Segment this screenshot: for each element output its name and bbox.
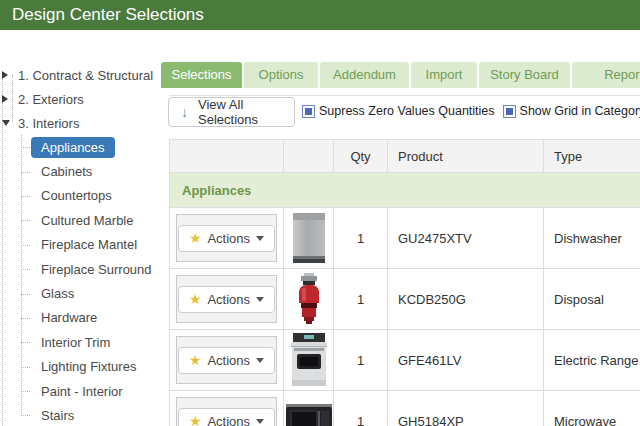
- tab-story-board[interactable]: Story Board: [479, 62, 570, 88]
- checkbox-checked-icon[interactable]: [302, 105, 315, 118]
- electric-range-image: [290, 333, 328, 387]
- product-cell: GU2475XTV: [388, 208, 544, 268]
- view-all-selections-label: View All Selections: [198, 97, 294, 127]
- sidebar-item-label: Glass: [41, 286, 74, 301]
- sidebar-item-label: Fireplace Surround: [41, 262, 152, 277]
- header-image-column: [284, 140, 334, 172]
- actions-panel: ★ Actions: [176, 275, 277, 323]
- product-image-cell: [284, 391, 334, 426]
- view-all-selections-button[interactable]: ↓ View All Selections: [168, 97, 295, 127]
- selections-table: Qty Product Type Appliances ★ Actions: [169, 139, 640, 426]
- checkbox-checked-icon[interactable]: [503, 105, 516, 118]
- sidebar-item-label: Lighting Fixtures: [41, 359, 136, 374]
- header-product-column: Product: [388, 140, 544, 172]
- sidebar-item-label: Interior Trim: [41, 335, 110, 350]
- page-title: Design Center Selections: [0, 0, 640, 30]
- collapse-arrow-icon[interactable]: [2, 95, 8, 103]
- header-type-column: Type: [544, 140, 640, 172]
- type-cell: Microwave: [544, 391, 640, 426]
- sidebar-item-contract-structural[interactable]: 1. Contract & Structural: [0, 63, 161, 87]
- sidebar-item-interior-trim[interactable]: Interior Trim: [0, 330, 161, 354]
- caret-down-icon: [256, 419, 264, 424]
- view-option-checkboxes: Supress Zero Values Quantities Show Grid…: [302, 96, 640, 126]
- collapse-arrow-icon[interactable]: [2, 71, 8, 79]
- suppress-zero-values-checkbox-group[interactable]: Supress Zero Values Quantities: [302, 104, 495, 118]
- actions-label: Actions: [207, 414, 250, 426]
- actions-cell: ★ Actions: [170, 391, 284, 426]
- sidebar-item-label: Paint - Interior: [41, 384, 123, 399]
- checkbox-label: Show Grid in Category View: [520, 104, 640, 118]
- table-row: ★ Actions: [170, 330, 640, 391]
- sidebar-item-cultured-marble[interactable]: Cultured Marble: [0, 208, 161, 232]
- actions-label: Actions: [207, 292, 250, 307]
- qty-cell: 1: [334, 208, 388, 268]
- sidebar-item-label: 3. Interiors: [18, 116, 79, 131]
- actions-label: Actions: [207, 353, 250, 368]
- sidebar-item-hardware[interactable]: Hardware: [0, 306, 161, 330]
- star-icon: ★: [189, 414, 202, 426]
- product-image-cell: [284, 330, 334, 390]
- sidebar-item-paint-interior[interactable]: Paint - Interior: [0, 379, 161, 403]
- table-header-row: Qty Product Type: [170, 140, 640, 173]
- qty-cell: 1: [334, 330, 388, 390]
- sidebar-item-label: Cabinets: [41, 164, 92, 179]
- star-icon: ★: [189, 353, 202, 367]
- caret-down-icon: [256, 358, 264, 363]
- table-row: ★ Actions: [170, 269, 640, 330]
- sidebar-item-appliances[interactable]: Appliances: [0, 135, 161, 159]
- sidebar-item-countertops[interactable]: Countertops: [0, 184, 161, 208]
- tab-reports[interactable]: Reports: [572, 62, 640, 88]
- type-cell: Dishwasher: [544, 208, 640, 268]
- tab-selections[interactable]: Selections: [161, 62, 242, 88]
- sidebar-item-lighting-fixtures[interactable]: Lighting Fixtures: [0, 355, 161, 379]
- sidebar-item-exteriors[interactable]: 2. Exteriors: [0, 87, 161, 111]
- actions-cell: ★ Actions: [170, 208, 284, 268]
- actions-dropdown-button[interactable]: ★ Actions: [178, 347, 275, 374]
- actions-label: Actions: [207, 231, 250, 246]
- green-down-arrow-icon: ↓: [181, 104, 188, 120]
- main-tab-bar: Selections Options Addendum Import Story…: [161, 62, 640, 88]
- tab-import[interactable]: Import: [411, 62, 477, 88]
- type-cell: Disposal: [544, 269, 640, 329]
- header-qty-column: Qty: [334, 140, 388, 172]
- sidebar-item-glass[interactable]: Glass: [0, 281, 161, 305]
- sidebar-item-cabinets[interactable]: Cabinets: [0, 159, 161, 183]
- expand-arrow-icon[interactable]: [2, 120, 10, 126]
- dishwasher-image: [292, 213, 326, 263]
- sidebar-item-stairs[interactable]: Stairs: [0, 403, 161, 426]
- category-tree-sidebar: 1. Contract & Structural 2. Exteriors 3.…: [0, 60, 161, 426]
- show-grid-category-view-checkbox-group[interactable]: Show Grid in Category View: [503, 104, 640, 118]
- actions-panel: ★ Actions: [176, 214, 277, 262]
- product-image-cell: [284, 269, 334, 329]
- product-cell: GH5184XP: [388, 391, 544, 426]
- sidebar-item-label: 2. Exteriors: [18, 92, 84, 107]
- tab-addendum[interactable]: Addendum: [320, 62, 409, 88]
- tab-options[interactable]: Options: [244, 62, 318, 88]
- design-center-window: Design Center Selections 1. Contract & S…: [0, 0, 640, 426]
- sidebar-item-fireplace-mantel[interactable]: Fireplace Mantel: [0, 233, 161, 257]
- actions-dropdown-button[interactable]: ★ Actions: [178, 225, 275, 252]
- sidebar-item-label: Hardware: [41, 310, 97, 325]
- actions-dropdown-button[interactable]: ★ Actions: [178, 408, 275, 426]
- selected-item-pill: Appliances: [31, 137, 115, 158]
- type-cell: Electric Range: [544, 330, 640, 390]
- star-icon: ★: [189, 292, 202, 306]
- sidebar-item-label: 1. Contract & Structural: [18, 68, 153, 83]
- checkbox-label: Supress Zero Values Quantities: [319, 104, 495, 118]
- sidebar-item-label: Fireplace Mantel: [41, 237, 137, 252]
- app-header-bar: Design Center Selections: [0, 0, 640, 30]
- actions-panel: ★ Actions: [176, 397, 277, 426]
- qty-cell: 1: [334, 269, 388, 329]
- actions-cell: ★ Actions: [170, 330, 284, 390]
- actions-dropdown-button[interactable]: ★ Actions: [178, 286, 275, 313]
- sidebar-item-label: Countertops: [41, 188, 112, 203]
- microwave-image: [286, 401, 332, 426]
- caret-down-icon: [256, 236, 264, 241]
- sidebar-item-fireplace-surround[interactable]: Fireplace Surround: [0, 257, 161, 281]
- header-actions-column: [170, 140, 284, 172]
- actions-panel: ★ Actions: [176, 336, 277, 384]
- sidebar-item-interiors[interactable]: 3. Interiors: [0, 111, 161, 135]
- qty-cell: 1: [334, 391, 388, 426]
- sidebar-item-label: Stairs: [41, 408, 74, 423]
- star-icon: ★: [189, 231, 202, 245]
